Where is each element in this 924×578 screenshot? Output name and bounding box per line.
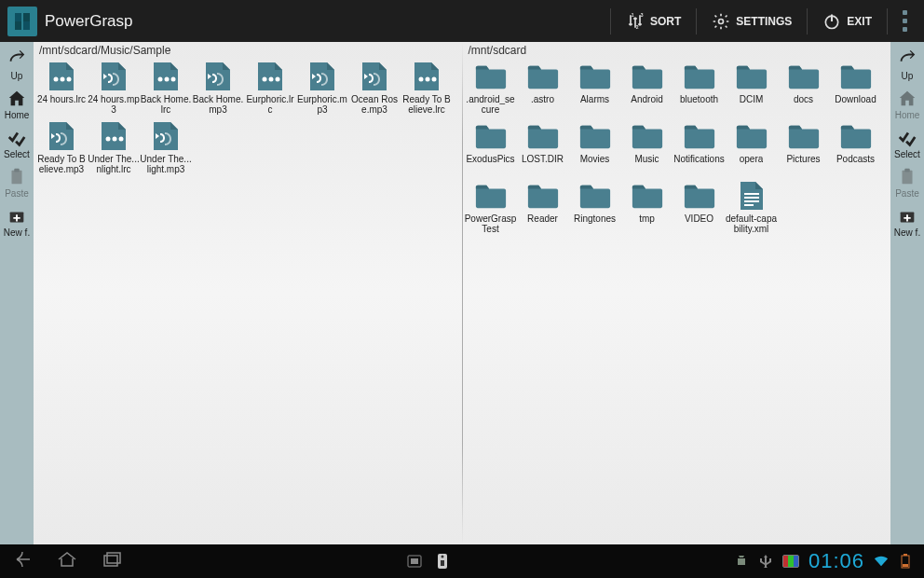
- exit-button[interactable]: EXIT: [813, 8, 881, 34]
- list-item[interactable]: Eurphoric.lrc: [244, 61, 296, 115]
- item-label: Android: [631, 94, 662, 115]
- mp3-icon: [306, 61, 339, 92]
- item-label: Eurphoric.mp3: [296, 94, 348, 115]
- item-label: Podcasts: [836, 154, 875, 174]
- folder-icon: [839, 120, 873, 152]
- svg-point-23: [119, 137, 124, 142]
- list-item[interactable]: Movies: [569, 120, 621, 174]
- list-item[interactable]: Pictures: [778, 120, 830, 174]
- list-item[interactable]: .astro: [517, 61, 569, 115]
- folder-icon: [787, 120, 821, 152]
- list-item[interactable]: PowerGraspTest: [465, 180, 517, 234]
- up-label: Up: [11, 71, 23, 81]
- right-newfolder-button[interactable]: New f.: [890, 202, 924, 241]
- clock[interactable]: 01:06: [808, 549, 864, 573]
- item-label: bluetooth: [680, 94, 718, 115]
- folder-icon: [578, 180, 612, 212]
- sort-button[interactable]: 123 SORT: [617, 8, 690, 34]
- svg-point-13: [165, 77, 170, 82]
- svg-point-19: [426, 77, 430, 82]
- list-item[interactable]: Podcasts: [830, 120, 882, 174]
- list-item[interactable]: Ocean Rose.mp3: [348, 61, 401, 115]
- new-folder-icon: [7, 206, 27, 227]
- list-item[interactable]: opera: [726, 120, 778, 174]
- back-nav-button[interactable]: [11, 550, 34, 572]
- list-item[interactable]: Alarms: [569, 61, 621, 115]
- right-home-button[interactable]: Home: [890, 85, 924, 124]
- item-label: VIDEO: [685, 213, 713, 234]
- item-label: Reader: [527, 213, 558, 234]
- list-item[interactable]: Music: [621, 120, 673, 174]
- left-select-button[interactable]: Select: [0, 124, 34, 163]
- list-item[interactable]: bluetooth: [673, 61, 726, 115]
- wifi-icon: [874, 554, 889, 569]
- settings-button[interactable]: SETTINGS: [702, 8, 801, 34]
- list-item[interactable]: LOST.DIR: [517, 120, 569, 174]
- folder-icon: [526, 61, 560, 92]
- volume-icon[interactable]: [435, 553, 450, 570]
- svg-rect-31: [104, 556, 117, 566]
- item-label: Download: [835, 94, 876, 115]
- list-item[interactable]: 24 hours.lrc: [35, 61, 88, 115]
- left-home-button[interactable]: Home: [0, 85, 34, 124]
- left-newfolder-button[interactable]: New f.: [0, 202, 34, 241]
- list-item[interactable]: docs: [778, 61, 830, 115]
- app-titlebar: PowerGrasp 123 SORT SETTINGS EXIT: [0, 0, 924, 42]
- item-label: docs: [794, 94, 813, 115]
- home-nav-button[interactable]: [56, 550, 78, 572]
- list-item[interactable]: Android: [621, 61, 673, 115]
- item-label: Ocean Rose.mp3: [348, 94, 401, 115]
- folder-icon: [578, 61, 612, 92]
- mp3-icon: [201, 61, 235, 92]
- list-item[interactable]: Ready To Believe.lrc: [401, 61, 453, 115]
- list-item[interactable]: Reader: [517, 180, 569, 234]
- mp3-icon: [45, 120, 78, 152]
- item-label: Movies: [580, 154, 610, 174]
- item-label: Back Home.lrc: [140, 94, 192, 115]
- list-item[interactable]: Ready To Believe.mp3: [35, 120, 88, 174]
- up-arrow-icon: [7, 49, 27, 70]
- left-paste-button[interactable]: Paste: [0, 163, 34, 202]
- list-item[interactable]: Under The...light.mp3: [140, 120, 192, 174]
- list-item[interactable]: DCIM: [726, 61, 778, 115]
- list-item[interactable]: Download: [830, 61, 882, 115]
- paste-icon: [7, 167, 27, 187]
- folder-icon: [526, 180, 560, 212]
- home-icon: [897, 89, 917, 109]
- right-panel-path[interactable]: /mnt/sdcard: [463, 42, 891, 59]
- list-item[interactable]: VIDEO: [673, 180, 726, 234]
- left-up-button[interactable]: Up: [0, 46, 34, 85]
- main-area: Up Home Select Paste New f. /mnt/sdcard/…: [0, 42, 924, 544]
- list-item[interactable]: Under The...nlight.lrc: [88, 120, 140, 174]
- left-panel-path[interactable]: /mnt/sdcard/Music/Sample: [34, 42, 462, 59]
- lrc-icon: [45, 61, 78, 92]
- right-paste-button[interactable]: Paste: [890, 163, 924, 202]
- svg-point-17: [276, 77, 280, 82]
- list-item[interactable]: Back Home.mp3: [192, 61, 244, 115]
- list-item[interactable]: tmp: [621, 180, 673, 234]
- new-folder-icon: [897, 206, 917, 227]
- item-label: 24 hours.mp3: [88, 94, 140, 115]
- up-arrow-icon: [897, 49, 917, 70]
- recent-nav-button[interactable]: [101, 550, 123, 572]
- list-item[interactable]: Ringtones: [569, 180, 621, 234]
- screenshot-icon[interactable]: [407, 553, 422, 570]
- select-icon: [897, 128, 917, 148]
- overflow-menu-button[interactable]: [893, 10, 917, 32]
- list-item[interactable]: default-capability.xml: [726, 180, 778, 234]
- settings-label: SETTINGS: [736, 15, 792, 28]
- svg-text:2: 2: [636, 23, 639, 29]
- right-up-button[interactable]: Up: [890, 46, 924, 85]
- item-label: ExodusPics: [466, 154, 514, 174]
- right-select-button[interactable]: Select: [890, 124, 924, 163]
- list-item[interactable]: ExodusPics: [465, 120, 517, 174]
- list-item[interactable]: .android_secure: [465, 61, 517, 115]
- app-logo-icon: [7, 7, 37, 36]
- list-item[interactable]: Back Home.lrc: [140, 61, 192, 115]
- item-label: .astro: [531, 94, 554, 115]
- list-item[interactable]: Eurphoric.mp3: [296, 61, 348, 115]
- folder-icon: [683, 61, 716, 92]
- folder-icon: [839, 61, 873, 92]
- list-item[interactable]: 24 hours.mp3: [88, 61, 140, 115]
- list-item[interactable]: Notifications: [673, 120, 726, 174]
